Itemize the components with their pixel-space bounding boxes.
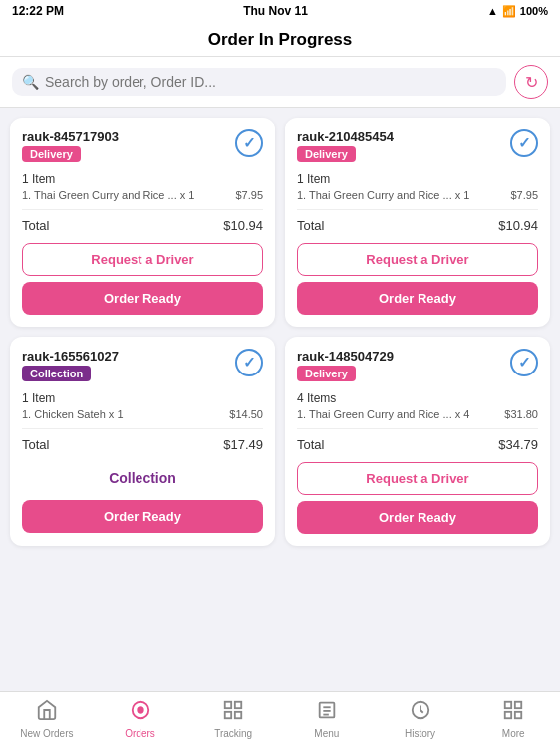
item-price: $7.95: [510, 189, 538, 201]
total-value: $10.94: [223, 218, 263, 233]
order-id-block: rauk-148504729 Delivery: [297, 349, 394, 387]
request-driver-button[interactable]: Request a Driver: [297, 243, 538, 276]
items-count: 1 Item: [22, 172, 263, 186]
total-label: Total: [22, 218, 49, 233]
total-label: Total: [297, 437, 324, 452]
item-price: $7.95: [235, 189, 263, 201]
check-circle[interactable]: ✓: [510, 129, 538, 157]
order-card: rauk-148504729 Delivery ✓ 4 Items 1. Tha…: [285, 337, 550, 546]
svg-rect-3: [235, 701, 241, 707]
more-label: More: [502, 728, 525, 739]
history-icon: [410, 699, 431, 726]
card-header: rauk-845717903 Delivery ✓: [22, 129, 263, 168]
order-badge: Collection: [22, 366, 91, 381]
svg-rect-4: [225, 711, 231, 717]
tracking-label: Tracking: [214, 728, 252, 739]
order-badge: Delivery: [22, 146, 81, 162]
search-container: 🔍 ↻: [0, 57, 560, 108]
divider: [22, 209, 263, 210]
tracking-icon: [222, 699, 244, 726]
divider: [297, 209, 538, 210]
card-header: rauk-210485454 Delivery ✓: [297, 129, 538, 168]
refresh-button[interactable]: ↻: [514, 65, 548, 99]
new-orders-icon: [36, 699, 58, 726]
order-id: rauk-845717903: [22, 129, 119, 144]
item-line: 1. Thai Green Curry and Rice ... x 1 $7.…: [297, 189, 538, 201]
svg-rect-5: [235, 711, 241, 717]
status-right: ▲ 📶 100%: [487, 5, 548, 18]
item-price: $14.50: [229, 408, 263, 420]
svg-point-1: [138, 707, 143, 713]
items-count: 1 Item: [297, 172, 538, 186]
order-id-block: rauk-845717903 Delivery: [22, 129, 119, 168]
order-ready-button[interactable]: Order Ready: [297, 282, 538, 315]
nav-item-tracking[interactable]: Tracking: [186, 692, 280, 745]
battery-icon: 100%: [520, 5, 548, 17]
order-id: rauk-210485454: [297, 129, 394, 144]
item-name: 1. Thai Green Curry and Rice ... x 1: [297, 189, 506, 201]
svg-rect-2: [225, 701, 231, 707]
wifi-icon: 📶: [502, 5, 516, 18]
order-ready-button[interactable]: Order Ready: [297, 501, 538, 534]
orders-label: Orders: [125, 728, 155, 739]
order-id: rauk-148504729: [297, 349, 394, 364]
nav-item-history[interactable]: History: [374, 692, 467, 745]
order-ready-button[interactable]: Order Ready: [22, 500, 263, 533]
svg-rect-11: [505, 701, 511, 707]
total-value: $17.49: [223, 437, 263, 452]
new-orders-label: New Orders: [20, 728, 73, 739]
items-count: 4 Items: [297, 391, 538, 405]
bottom-nav: New Orders Orders Tracking Menu History …: [0, 691, 560, 747]
order-id-block: rauk-165561027 Collection: [22, 349, 119, 387]
request-driver-button[interactable]: Request a Driver: [297, 462, 538, 495]
card-header: rauk-165561027 Collection ✓: [22, 349, 263, 387]
more-icon: [502, 699, 524, 726]
orders-grid: rauk-845717903 Delivery ✓ 1 Item 1. Thai…: [10, 118, 550, 546]
page-header: Order In Progress: [0, 22, 560, 57]
history-label: History: [405, 728, 435, 739]
card-header: rauk-148504729 Delivery ✓: [297, 349, 538, 387]
order-card: rauk-165561027 Collection ✓ 1 Item 1. Ch…: [10, 337, 275, 546]
order-ready-button[interactable]: Order Ready: [22, 282, 263, 315]
order-badge: Delivery: [297, 366, 356, 381]
request-driver-button[interactable]: Request a Driver: [22, 243, 263, 276]
orders-icon: [130, 699, 151, 726]
order-card: rauk-845717903 Delivery ✓ 1 Item 1. Thai…: [10, 118, 275, 327]
order-card: rauk-210485454 Delivery ✓ 1 Item 1. Thai…: [285, 118, 550, 327]
item-price: $31.80: [504, 408, 538, 420]
nav-item-menu[interactable]: Menu: [280, 692, 374, 745]
menu-icon: [316, 699, 338, 726]
status-day: Thu Nov 11: [243, 4, 308, 18]
search-input[interactable]: [45, 74, 496, 90]
svg-rect-13: [505, 711, 511, 717]
search-icon: 🔍: [22, 74, 39, 90]
check-circle[interactable]: ✓: [235, 349, 263, 376]
nav-item-more[interactable]: More: [466, 692, 560, 745]
search-bar: 🔍: [12, 68, 506, 96]
total-label: Total: [22, 437, 49, 452]
item-name: 1. Thai Green Curry and Rice ... x 4: [297, 408, 500, 420]
svg-rect-14: [515, 711, 521, 717]
item-name: 1. Thai Green Curry and Rice ... x 1: [22, 189, 231, 201]
total-value: $34.79: [498, 437, 538, 452]
item-line: 1. Thai Green Curry and Rice ... x 1 $7.…: [22, 189, 263, 201]
total-row: Total $34.79: [297, 437, 538, 452]
nav-item-new-orders[interactable]: New Orders: [0, 692, 94, 745]
total-row: Total $17.49: [22, 437, 263, 452]
signal-icon: ▲: [487, 5, 498, 17]
status-time: 12:22 PM: [12, 4, 64, 18]
check-circle[interactable]: ✓: [235, 129, 263, 157]
item-line: 1. Chicken Sateh x 1 $14.50: [22, 408, 263, 420]
item-line: 1. Thai Green Curry and Rice ... x 4 $31…: [297, 408, 538, 420]
items-count: 1 Item: [22, 391, 263, 405]
total-row: Total $10.94: [22, 218, 263, 233]
order-id-block: rauk-210485454 Delivery: [297, 129, 394, 168]
page-title: Order In Progress: [208, 30, 353, 49]
check-circle[interactable]: ✓: [510, 349, 538, 376]
menu-label: Menu: [314, 728, 339, 739]
collection-label: Collection: [22, 462, 263, 494]
nav-item-orders[interactable]: Orders: [94, 692, 187, 745]
divider: [297, 428, 538, 429]
total-label: Total: [297, 218, 324, 233]
main-content: rauk-845717903 Delivery ✓ 1 Item 1. Thai…: [0, 108, 560, 691]
